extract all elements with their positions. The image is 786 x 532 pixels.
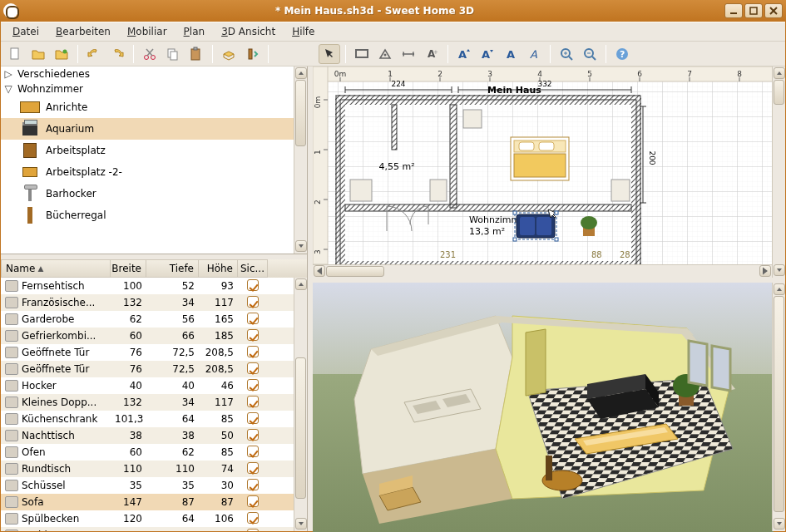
table-row[interactable]: Geöffnete Tür7672,5208,5 — [1, 361, 294, 377]
scroll-down-icon[interactable] — [295, 240, 307, 252]
table-scrollbar[interactable] — [294, 278, 307, 531]
table-row[interactable]: Hocker404046 — [1, 377, 294, 394]
furniture-mini-icon — [5, 530, 18, 531]
catalog-item-arbeitsplatz2[interactable]: Arbeitsplatz -2- — [1, 161, 294, 183]
scroll-down-icon[interactable] — [774, 518, 785, 530]
scroll-up-icon[interactable] — [774, 283, 785, 295]
scroll-thumb[interactable] — [295, 357, 306, 499]
create-dimensions-tool[interactable] — [398, 44, 419, 64]
scroll-up-icon[interactable] — [774, 67, 785, 79]
visible-checkbox[interactable] — [247, 429, 259, 441]
view3d-scrollbar[interactable] — [772, 283, 785, 531]
text-size-up-button[interactable]: A — [453, 44, 475, 64]
table-row[interactable]: Gefrierkombi...6066185 — [1, 328, 294, 344]
minimize-button[interactable] — [724, 3, 743, 18]
undo-button[interactable] — [83, 44, 105, 64]
import-furniture-button[interactable] — [241, 44, 263, 64]
catalog-item-anrichte[interactable]: Anrichte — [1, 96, 294, 118]
table-row[interactable]: Sofa1478787 — [1, 494, 294, 510]
text-bold-button[interactable]: A — [500, 44, 522, 64]
table-row[interactable]: Französische...13234117 — [1, 294, 294, 311]
table-row[interactable]: Geöffnete Tür7672,5208,5 — [1, 344, 294, 361]
col-tiefe[interactable]: Tiefe — [146, 259, 199, 278]
cut-button[interactable] — [139, 44, 161, 64]
table-row[interactable]: Schüssel353530 — [1, 477, 294, 494]
visible-checkbox[interactable] — [247, 296, 259, 308]
table-row[interactable]: Nachttisch383850 — [1, 427, 294, 444]
scroll-thumb[interactable] — [774, 296, 784, 512]
plan-vscrollbar[interactable] — [772, 66, 785, 278]
table-row[interactable]: Stuhl404290 — [1, 527, 294, 531]
create-walls-tool[interactable] — [351, 44, 373, 64]
text-italic-button[interactable]: A — [523, 44, 545, 64]
help-button[interactable]: ? — [611, 44, 633, 64]
paste-button[interactable] — [185, 44, 207, 64]
menu-plan[interactable]: Plan — [177, 24, 212, 39]
catalog-item-aquarium[interactable]: Aquarium — [1, 118, 294, 140]
table-row[interactable]: Fernsehtisch1005293 — [1, 278, 294, 294]
visible-checkbox[interactable] — [247, 362, 259, 374]
scroll-thumb[interactable] — [326, 266, 384, 277]
menu-view3d[interactable]: 3D Ansicht — [215, 24, 282, 39]
col-sic[interactable]: Sic... — [238, 259, 268, 278]
redo-button[interactable] — [106, 44, 128, 64]
menu-file[interactable]: Datei — [6, 24, 46, 39]
view-3d[interactable] — [313, 283, 785, 531]
new-button[interactable] — [4, 44, 26, 64]
zoom-in-button[interactable] — [556, 44, 577, 64]
zoom-out-button[interactable] — [579, 44, 601, 64]
copy-button[interactable] — [162, 44, 184, 64]
select-tool[interactable] — [319, 44, 340, 64]
menu-edit[interactable]: Bearbeiten — [49, 24, 117, 39]
scroll-down-icon[interactable] — [774, 264, 785, 276]
table-row[interactable]: Kleines Dopp...13234117 — [1, 394, 294, 411]
table-row[interactable]: Rundtisch11011074 — [1, 461, 294, 477]
catalog-item-arbeitsplatz[interactable]: Arbeitsplatz — [1, 140, 294, 161]
visible-checkbox[interactable] — [247, 313, 259, 324]
text-size-down-button[interactable]: A — [477, 44, 498, 64]
catalog-scrollbar[interactable] — [294, 66, 307, 254]
open-button[interactable] — [27, 44, 49, 64]
visible-checkbox[interactable] — [247, 529, 259, 532]
scroll-left-icon[interactable] — [314, 265, 325, 277]
scroll-right-icon[interactable] — [759, 265, 771, 277]
category-verschiedenes[interactable]: ▷ Verschiedenes — [1, 66, 294, 81]
table-row[interactable]: Garderobe6256165 — [1, 311, 294, 328]
catalog-item-bucherregal[interactable]: Bücherregal — [1, 204, 294, 226]
col-name[interactable]: Name▲ — [1, 259, 111, 278]
visible-checkbox[interactable] — [247, 329, 259, 341]
catalog-item-barhocker[interactable]: Barhocker — [1, 183, 294, 204]
visible-checkbox[interactable] — [247, 412, 259, 424]
table-row[interactable]: Ofen606285 — [1, 444, 294, 461]
visible-checkbox[interactable] — [247, 379, 259, 391]
add-furniture-button[interactable] — [218, 44, 240, 64]
visible-checkbox[interactable] — [247, 446, 259, 457]
create-text-tool[interactable]: A+ — [421, 44, 442, 64]
visible-checkbox[interactable] — [247, 462, 259, 474]
col-hohe[interactable]: Höhe — [199, 259, 238, 278]
close-button[interactable] — [764, 3, 783, 18]
scroll-up-icon[interactable] — [295, 278, 307, 290]
table-row[interactable]: Spülbecken12064106 — [1, 510, 294, 527]
plan-canvas[interactable]: 0m12345678910 0m123 — [313, 66, 772, 264]
scroll-up-icon[interactable] — [295, 67, 307, 79]
visible-checkbox[interactable] — [247, 279, 259, 291]
col-breite[interactable]: Breite — [111, 259, 146, 278]
visible-checkbox[interactable] — [247, 346, 259, 357]
menu-furn[interactable]: Mobiliar — [121, 24, 174, 39]
scroll-thumb[interactable] — [774, 80, 784, 105]
maximize-button[interactable] — [744, 3, 763, 18]
visible-checkbox[interactable] — [247, 479, 259, 490]
plan-hscrollbar[interactable] — [313, 264, 772, 278]
save-button[interactable] — [51, 44, 72, 64]
menu-help[interactable]: Hilfe — [285, 24, 321, 39]
table-row[interactable]: Küchenschrank101,36485 — [1, 411, 294, 427]
create-rooms-tool[interactable] — [374, 44, 396, 64]
category-wohnzimmer[interactable]: ▽ Wohnzimmer — [1, 81, 294, 96]
visible-checkbox[interactable] — [247, 495, 259, 507]
visible-checkbox[interactable] — [247, 396, 259, 407]
plan-view[interactable]: 0m12345678910 0m123 — [313, 66, 785, 278]
scroll-thumb[interactable] — [295, 80, 306, 146]
visible-checkbox[interactable] — [247, 512, 259, 524]
scroll-down-icon[interactable] — [295, 518, 307, 530]
